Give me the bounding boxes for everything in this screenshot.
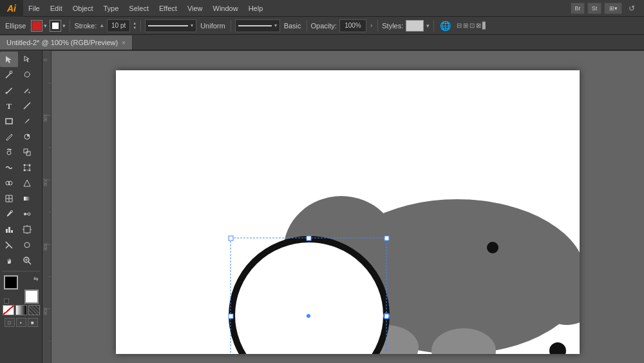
reset-colors-icon[interactable] xyxy=(4,299,9,304)
document-tab[interactable]: Untitled-2* @ 100% (RGB/Preview) × xyxy=(0,35,133,50)
shape-name: Ellipse xyxy=(3,22,28,30)
bridge-icon[interactable]: Br xyxy=(571,3,585,14)
sync-icon[interactable]: ↺ xyxy=(625,3,639,14)
brush-type-label: Basic xyxy=(283,22,303,30)
globe-icon[interactable]: 🌐 xyxy=(438,21,453,31)
stroke-value-input[interactable] xyxy=(107,19,130,32)
zoom-tool[interactable] xyxy=(18,253,36,268)
stroke-up-arrow[interactable]: ▲ xyxy=(99,23,104,28)
menu-object[interactable]: Object xyxy=(68,0,99,17)
screen-mode-full-menu[interactable]: ▪ xyxy=(16,318,26,327)
artboard-tool[interactable] xyxy=(18,222,36,237)
styles-dropdown[interactable]: ▾ xyxy=(426,23,430,29)
canvas-area[interactable] xyxy=(52,51,644,363)
svg-rect-26 xyxy=(8,227,10,233)
screen-mode-full[interactable]: ■ xyxy=(28,318,38,327)
direct-select-tool[interactable] xyxy=(18,52,36,67)
select-tool[interactable] xyxy=(0,52,18,67)
stroke-type-dropdown-arrow[interactable]: ▾ xyxy=(191,23,193,28)
type-tool[interactable]: T xyxy=(0,98,18,113)
stroke-preview-box[interactable]: ▾ xyxy=(145,19,196,32)
fill-swatch[interactable] xyxy=(31,20,43,32)
tool-row-11 xyxy=(0,206,42,222)
tool-row-14 xyxy=(0,253,42,268)
stroke-up[interactable]: ▲ xyxy=(133,21,137,26)
mesh-tool[interactable] xyxy=(0,191,18,206)
artboard xyxy=(116,70,580,354)
blob-brush-tool[interactable] xyxy=(18,129,36,144)
tool-row-9 xyxy=(0,175,42,191)
brush-dropdown-arrow[interactable]: ▾ xyxy=(274,23,277,28)
menu-select[interactable]: Select xyxy=(124,0,154,17)
lasso-tool[interactable] xyxy=(18,67,36,83)
opacity-label: Opacity: xyxy=(311,22,337,30)
line-tool[interactable] xyxy=(18,98,36,113)
svg-line-35 xyxy=(28,262,31,264)
tool-row-10 xyxy=(0,191,42,206)
menu-type[interactable]: Type xyxy=(99,0,124,17)
paintbrush-tool[interactable] xyxy=(18,113,36,129)
rotate-tool[interactable] xyxy=(0,144,18,160)
main-layout: + T xyxy=(0,50,644,363)
pencil-tool[interactable] xyxy=(0,129,18,144)
hand-tool[interactable] xyxy=(0,253,18,268)
pattern-fill-chip[interactable] xyxy=(28,305,40,315)
eyedropper-tool[interactable] xyxy=(0,206,18,222)
vertical-ruler: 0 100 200 300 400 xyxy=(43,51,52,363)
gradient-tool[interactable] xyxy=(18,191,36,206)
menu-view[interactable]: View xyxy=(182,0,208,17)
styles-swatch[interactable] xyxy=(406,20,424,32)
none-fill-chip[interactable] xyxy=(3,305,14,315)
stroke-down[interactable]: ▼ xyxy=(133,26,137,30)
anchor-add-tool[interactable]: + xyxy=(18,83,36,98)
svg-line-5 xyxy=(24,103,30,109)
opacity-input[interactable] xyxy=(339,19,366,32)
svg-point-8 xyxy=(27,134,30,137)
svg-text:T: T xyxy=(6,102,12,110)
menu-edit[interactable]: Edit xyxy=(45,0,68,17)
magic-wand-tool[interactable] xyxy=(0,67,18,83)
arrange-icons[interactable]: ⊟ ⊞ ⊡ ⊠ ▋ xyxy=(455,22,489,29)
tab-close-button[interactable]: × xyxy=(122,39,126,46)
svg-point-89 xyxy=(549,342,566,354)
options-bar: Ellipse ▾ ▾ Stroke: ▲ ▲ ▼ ▾ Uniform ▾ Ba… xyxy=(0,17,644,35)
menu-file[interactable]: File xyxy=(23,0,45,17)
menu-window[interactable]: Window xyxy=(208,0,243,17)
svg-text:300: 300 xyxy=(43,243,48,251)
gradient-fill-chip[interactable] xyxy=(15,305,27,315)
svg-line-0 xyxy=(6,73,11,78)
tool-row-2 xyxy=(0,67,42,83)
stock-icon[interactable]: St xyxy=(587,3,601,14)
menu-help[interactable]: Help xyxy=(243,0,269,17)
svg-text:400: 400 xyxy=(43,308,48,315)
warp-tool[interactable] xyxy=(0,160,18,175)
bar-chart-tool[interactable] xyxy=(0,222,18,237)
tool-row-13 xyxy=(0,237,42,253)
stroke-color-dropdown[interactable]: ▾ xyxy=(62,23,66,29)
tool-row-1 xyxy=(0,52,42,67)
foreground-color-chip[interactable] xyxy=(4,275,18,289)
rectangle-tool[interactable] xyxy=(0,113,18,129)
shape-builder-tool[interactable] xyxy=(0,175,18,191)
scale-tool[interactable] xyxy=(18,144,36,160)
blend-tool[interactable] xyxy=(18,206,36,222)
workspace-icon[interactable]: ⊞▾ xyxy=(604,3,622,14)
svg-point-9 xyxy=(7,151,11,155)
menu-effect[interactable]: Effect xyxy=(154,0,182,17)
stroke-color-swatch[interactable] xyxy=(50,20,61,32)
pen-tool[interactable] xyxy=(0,83,18,98)
ruler-canvas-area: 0 100 200 300 400 xyxy=(43,51,644,363)
svg-point-14 xyxy=(29,164,31,166)
swap-colors-icon[interactable]: ⇆ xyxy=(33,275,39,282)
opacity-expand[interactable]: › xyxy=(369,22,374,29)
fill-dropdown[interactable]: ▾ xyxy=(44,23,47,29)
perspective-tool[interactable] xyxy=(18,175,36,191)
menu-bar: Ai File Edit Object Type Select Effect V… xyxy=(0,0,644,17)
slice-tool[interactable] xyxy=(0,237,18,253)
screen-mode-normal[interactable]: □ xyxy=(5,318,15,327)
background-color-chip[interactable] xyxy=(24,289,39,304)
unknown-tool[interactable] xyxy=(18,237,36,253)
brush-preview-box[interactable]: ▾ xyxy=(235,19,280,32)
tool-row-8 xyxy=(0,160,42,175)
free-transform-tool[interactable] xyxy=(18,160,36,175)
